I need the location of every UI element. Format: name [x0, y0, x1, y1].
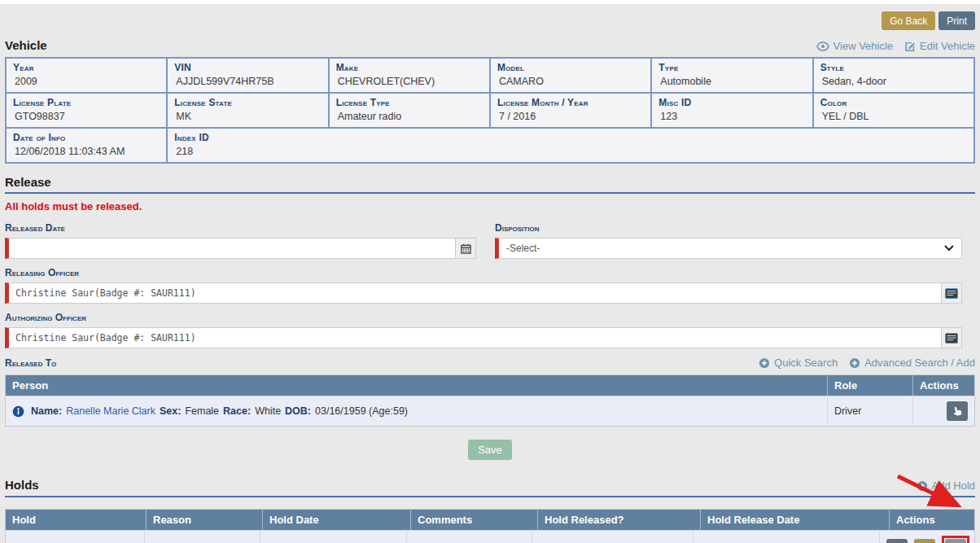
vehicle-field-make: MakeCHEVROLET(CHEV) — [330, 59, 489, 92]
disposition-selected-value: -Select- — [506, 243, 540, 254]
vehicle-field-model: ModelCAMARO — [491, 59, 650, 92]
release-date-disposition-row: Released Date Disposition -Select- — [5, 214, 975, 259]
holds-table: Hold Reason Hold Date Comments Hold Rele… — [5, 509, 975, 543]
authorizing-officer-label: Authorizing Officer — [5, 312, 962, 323]
hold-cell: 6 hour hold — [6, 530, 144, 543]
name-label: Name: — [31, 405, 62, 417]
save-row: Save — [5, 440, 975, 460]
releasing-officer-label: Releasing Officer — [5, 267, 962, 278]
header-hold: Hold — [6, 510, 146, 530]
header-person: Person — [6, 375, 827, 396]
dob-value: 03/16/1959 (Age:59) — [315, 405, 408, 417]
chevron-down-icon — [944, 245, 954, 252]
comments-cell — [406, 530, 532, 543]
advanced-search-add-label: Advanced Search / Add — [864, 357, 975, 369]
dob-label: DOB: — [285, 405, 311, 417]
edit-hold-button[interactable] — [886, 539, 908, 543]
advanced-search-add-link[interactable]: Advanced Search / Add — [849, 357, 975, 369]
officer-lookup-icon — [945, 333, 958, 344]
view-vehicle-link[interactable]: View Vehicle — [816, 40, 893, 52]
vehicle-section-head: Vehicle View Vehicle Edit Vehicle — [5, 38, 975, 52]
header-reason: Reason — [146, 510, 262, 530]
annotation-highlight-box — [942, 536, 969, 543]
header-actions: Actions — [912, 375, 974, 396]
vehicle-field-type: TypeAutomobile — [652, 59, 812, 92]
edit-vehicle-link[interactable]: Edit Vehicle — [904, 40, 975, 52]
plus-circle-icon — [759, 357, 770, 369]
vehicle-field-style: StyleSedan, 4-door — [814, 59, 973, 92]
authorizing-officer-lookup-addon[interactable] — [942, 327, 962, 348]
released-to-label: Released To — [5, 357, 56, 369]
header-hold-date: Hold Date — [262, 510, 410, 530]
release-title: Release — [5, 175, 51, 189]
vehicle-title: Vehicle — [5, 38, 47, 52]
holds-table-header: Hold Reason Hold Date Comments Hold Rele… — [6, 510, 974, 530]
vehicle-field-color: ColorYEL / DBL — [814, 94, 973, 127]
print-button[interactable]: Print — [938, 11, 975, 30]
hold-actions-cell — [879, 530, 974, 543]
releasing-officer-input[interactable] — [5, 282, 942, 304]
holds-title: Holds — [5, 478, 39, 492]
header-comments: Comments — [410, 510, 537, 530]
calendar-icon — [461, 243, 471, 254]
select-person-button[interactable] — [947, 401, 968, 421]
person-actions-cell — [912, 396, 974, 426]
toolbar: Go Back Print — [5, 11, 975, 30]
person-name-link[interactable]: Ranelle Marie Clark — [66, 405, 155, 417]
holds-warning-text: All holds must be released. — [5, 200, 975, 212]
release-hold-button[interactable] — [945, 539, 966, 543]
released-to-table-header: Person Role Actions — [6, 375, 974, 396]
vehicle-field-index-id: Index ID218 — [168, 129, 973, 162]
released-date-input[interactable] — [5, 238, 456, 259]
released-to-table: Person Role Actions Name: Ranelle Marie … — [5, 374, 975, 427]
calendar-addon[interactable] — [456, 238, 476, 259]
header-hold-released: Hold Released? — [537, 510, 700, 530]
release-section-head: Release — [5, 175, 975, 194]
vehicle-field-vin: VINAJJDL599V74HR75B — [168, 59, 327, 92]
info-icon[interactable] — [12, 405, 24, 418]
vehicle-table: Year2009 VINAJJDL599V74HR75B MakeCHEVROL… — [5, 57, 975, 164]
hand-pointer-icon — [950, 404, 964, 418]
vehicle-field-license-plate: License PlateGTO98837 — [7, 94, 166, 127]
disposition-label: Disposition — [495, 222, 962, 234]
sex-value: Female — [185, 405, 219, 417]
released-to-head: Released To Quick Search Advanced Search… — [5, 357, 975, 369]
sex-label: Sex: — [160, 405, 181, 417]
hold-release-date-cell — [693, 530, 879, 543]
released-date-label: Released Date — [5, 222, 476, 234]
eye-icon — [816, 42, 829, 51]
go-back-button[interactable]: Go Back — [882, 11, 935, 30]
quick-search-label: Quick Search — [774, 357, 838, 369]
role-cell: Driver — [827, 396, 912, 426]
reason-cell: Verify Owner — [144, 530, 259, 543]
race-label: Race: — [223, 405, 251, 417]
authorizing-officer-input[interactable] — [5, 327, 942, 348]
hold-date-cell: 12/06/2018 1129 — [260, 530, 406, 543]
delete-hold-button[interactable] — [914, 539, 935, 543]
officer-lookup-icon — [945, 288, 958, 299]
authorizing-officer-row: Authorizing Officer — [5, 312, 975, 348]
holds-section-head: Holds Add Hold — [5, 478, 975, 497]
vehicle-field-date-of-info: Date of Info12/06/2018 11:03:43 AM — [7, 129, 166, 162]
plus-circle-icon — [849, 357, 860, 369]
quick-search-link[interactable]: Quick Search — [759, 357, 838, 369]
edit-vehicle-label: Edit Vehicle — [920, 40, 975, 52]
person-cell: Name: Ranelle Marie Clark Sex: Female Ra… — [6, 396, 827, 426]
add-hold-link[interactable]: Add Hold — [917, 480, 975, 492]
released-to-table-row: Name: Ranelle Marie Clark Sex: Female Ra… — [6, 396, 974, 426]
hold-released-cell: No — [532, 530, 693, 543]
vehicle-field-misc-id: Misc ID123 — [652, 94, 812, 127]
header-hold-release-date: Hold Release Date — [700, 510, 889, 530]
vehicle-field-year: Year2009 — [7, 59, 166, 92]
plus-circle-icon — [917, 480, 928, 492]
vehicle-field-license-month-year: License Month / Year7 / 2016 — [491, 94, 650, 127]
disposition-select[interactable]: -Select- — [495, 238, 962, 259]
releasing-officer-row: Releasing Officer — [5, 267, 975, 304]
header-hold-actions: Actions — [889, 510, 974, 530]
top-strip — [0, 0, 980, 4]
holds-table-row: 6 hour hold Verify Owner 12/06/2018 1129… — [6, 530, 974, 543]
add-hold-label: Add Hold — [932, 480, 975, 492]
releasing-officer-lookup-addon[interactable] — [942, 282, 962, 304]
save-button[interactable]: Save — [468, 440, 512, 460]
vehicle-field-license-type: License TypeAmateur radio — [330, 94, 489, 127]
